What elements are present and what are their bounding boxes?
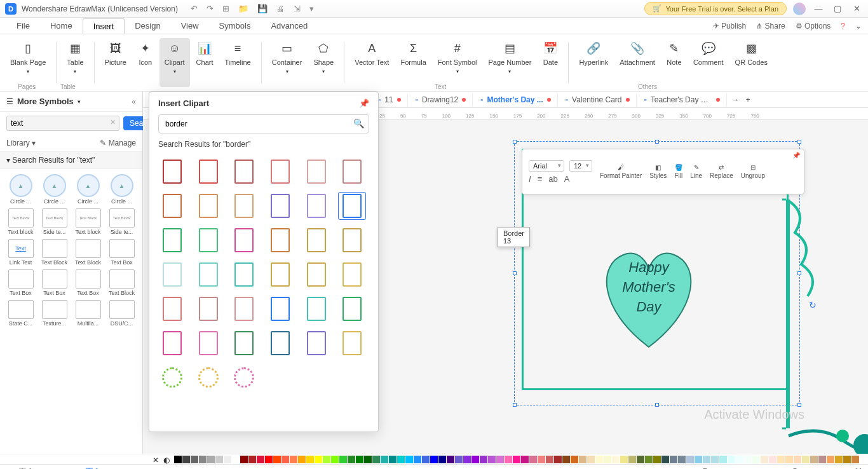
symbol-search-input[interactable]: [6, 116, 119, 131]
border-thumb-4[interactable]: [266, 158, 294, 186]
fontsize-select[interactable]: 12: [569, 160, 592, 172]
shape-item[interactable]: Text Box: [106, 239, 137, 266]
picture-button[interactable]: 🖼Picture: [100, 38, 132, 87]
color-swatch[interactable]: [182, 456, 190, 463]
shape-item[interactable]: TextLink Text: [5, 239, 36, 266]
border-thumb-10[interactable]: [266, 192, 294, 220]
color-swatch[interactable]: [678, 456, 686, 463]
border-thumb-24[interactable]: [338, 261, 366, 289]
redo-icon[interactable]: ↷: [207, 4, 214, 13]
menu-view[interactable]: View: [171, 18, 209, 34]
border-thumb-14[interactable]: [194, 226, 222, 254]
shape-item[interactable]: Text Box: [72, 269, 104, 296]
border-thumb-1[interactable]: [158, 158, 186, 186]
color-swatch[interactable]: [199, 456, 207, 463]
border-thumb-7[interactable]: [158, 192, 186, 220]
formula-button[interactable]: ΣFormula: [395, 38, 431, 87]
color-swatch[interactable]: [728, 456, 735, 463]
color-swatch[interactable]: [513, 456, 520, 463]
shape-item[interactable]: ▲Circle ...: [39, 174, 70, 205]
color-swatch[interactable]: [414, 456, 421, 463]
menu-file[interactable]: File: [6, 18, 40, 34]
color-swatch[interactable]: [529, 456, 537, 463]
color-swatch[interactable]: [554, 456, 562, 463]
publish-link[interactable]: ✈ Publish: [713, 22, 747, 31]
color-swatch[interactable]: [257, 456, 264, 463]
color-swatch[interactable]: [240, 456, 248, 463]
color-swatch[interactable]: [323, 456, 330, 463]
color-swatch[interactable]: [397, 456, 405, 463]
color-swatch[interactable]: [769, 456, 776, 463]
border-thumb-28[interactable]: [266, 295, 294, 323]
container-button[interactable]: ▭Container▾: [267, 38, 308, 87]
share-link[interactable]: ⋔ Share: [756, 22, 785, 31]
menu-design[interactable]: Design: [125, 18, 170, 34]
color-swatch[interactable]: [562, 456, 570, 463]
clear-icon[interactable]: ✕: [110, 118, 116, 126]
shape-button[interactable]: ⬠Shape▾: [308, 38, 339, 87]
border-thumb-37[interactable]: [158, 364, 186, 391]
color-swatch[interactable]: [389, 456, 397, 463]
more-icon[interactable]: ▾: [309, 4, 314, 13]
color-swatch[interactable]: [579, 456, 587, 463]
color-swatch[interactable]: [265, 456, 273, 463]
border-thumb-32[interactable]: [194, 329, 222, 357]
ungroup-button[interactable]: ⊟Ungroup: [741, 164, 765, 179]
hyperlink-button[interactable]: 🔗Hyperlink: [574, 38, 613, 87]
color-swatch[interactable]: [224, 456, 231, 463]
close-button[interactable]: ✕: [850, 4, 863, 13]
color-swatch[interactable]: [827, 456, 834, 463]
color-swatch[interactable]: [703, 456, 710, 463]
shape-item[interactable]: Text Block: [39, 239, 70, 266]
color-swatch[interactable]: [670, 456, 677, 463]
border-thumb-9[interactable]: [230, 192, 258, 220]
color-swatch[interactable]: [686, 456, 694, 463]
shape-item[interactable]: ▲Circle ...: [106, 174, 137, 205]
italic-icon[interactable]: I: [529, 174, 531, 184]
add-tab-icon[interactable]: +: [746, 95, 750, 104]
border-thumb-12[interactable]: [338, 192, 366, 220]
color-swatch[interactable]: [604, 456, 611, 463]
color-swatch[interactable]: [273, 456, 281, 463]
border-thumb-30[interactable]: [338, 295, 366, 323]
tab-next-icon[interactable]: →: [732, 95, 740, 104]
border-thumb-39[interactable]: [230, 364, 258, 391]
color-swatch[interactable]: [571, 456, 578, 463]
active-page-tab[interactable]: 页-1: [86, 466, 99, 469]
menu-advanced[interactable]: Advanced: [261, 18, 318, 34]
border-thumb-6[interactable]: [338, 158, 366, 186]
border-thumb-33[interactable]: [230, 329, 258, 357]
color-swatch[interactable]: [661, 456, 669, 463]
page-number-button[interactable]: ▤Page Number▾: [484, 38, 537, 87]
note-button[interactable]: ✎Note: [661, 38, 687, 87]
color-swatch[interactable]: [612, 456, 620, 463]
border-thumb-16[interactable]: [266, 226, 294, 254]
document-tab[interactable]: ▫Teacher's Day G...: [638, 93, 727, 106]
lowercase-icon[interactable]: ab: [548, 174, 557, 184]
font-icon[interactable]: A: [564, 174, 570, 184]
color-swatch[interactable]: [835, 456, 843, 463]
color-swatch[interactable]: [802, 456, 810, 463]
blank-page-button[interactable]: ▯Blank Page▾: [5, 38, 51, 87]
border-thumb-17[interactable]: [302, 226, 330, 254]
color-swatch[interactable]: [281, 456, 289, 463]
shape-item[interactable]: Text BlockSide te...: [106, 208, 137, 235]
border-thumb-29[interactable]: [302, 295, 330, 323]
color-swatch[interactable]: [843, 456, 851, 463]
shape-item[interactable]: Multila...: [72, 300, 104, 327]
font-select[interactable]: Arial: [529, 160, 564, 172]
border-thumb-19[interactable]: [158, 261, 186, 289]
pin-icon[interactable]: 📌: [792, 152, 800, 159]
maximize-button[interactable]: ▢: [831, 4, 844, 13]
document-tab[interactable]: ▫Valentine Card: [559, 93, 637, 106]
color-swatch[interactable]: [810, 456, 818, 463]
color-swatch[interactable]: [777, 456, 785, 463]
shape-item[interactable]: State C...: [5, 300, 36, 327]
border-thumb-18[interactable]: [338, 226, 366, 254]
date-button[interactable]: 📅Date: [538, 38, 563, 87]
color-swatch[interactable]: [455, 456, 463, 463]
color-swatch[interactable]: [719, 456, 727, 463]
border-thumb-13[interactable]: [158, 226, 186, 254]
color-swatch[interactable]: [480, 456, 487, 463]
border-thumb-38[interactable]: [194, 364, 222, 391]
